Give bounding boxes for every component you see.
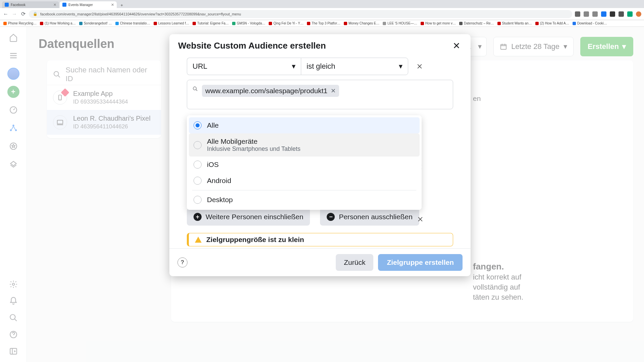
- extension-icons: [575, 11, 641, 17]
- bookmark[interactable]: How to get more v…: [421, 21, 456, 25]
- bookmark[interactable]: Datenschutz – Re…: [459, 21, 494, 25]
- extension-icon[interactable]: [601, 11, 606, 17]
- device-option[interactable]: Alle Mobilgeräte Inklusive Smartphones u…: [189, 133, 420, 157]
- chevron-down-icon: ▾: [399, 62, 402, 71]
- bookmark[interactable]: LEE 'S HOUSE—…: [383, 21, 417, 25]
- plus-icon: +: [194, 213, 202, 221]
- audience-size-warning: Zielgruppengröße ist zu klein: [187, 233, 453, 246]
- operator-label: ist gleich: [307, 62, 335, 71]
- bookmark[interactable]: The Top 3 Platfor…: [307, 21, 340, 25]
- bookmarks-bar: Phone Recycling… (1) How Working a… Sond…: [0, 20, 644, 27]
- create-audience-button[interactable]: Zielgruppe erstellen: [378, 254, 463, 271]
- extension-icon[interactable]: [610, 11, 615, 17]
- option-title: Alle: [207, 121, 219, 129]
- bookmark[interactable]: Phone Recycling…: [3, 21, 37, 25]
- option-subtitle: Inklusive Smartphones und Tablets: [207, 145, 301, 153]
- bookmark[interactable]: Student Wants an…: [497, 21, 532, 25]
- browser-chrome: Facebook ✕ Events Manager ✕ + ← → ⟳ 🔒 fa…: [0, 0, 644, 20]
- bookmark[interactable]: Sonderangebot! …: [79, 21, 112, 25]
- extension-icon[interactable]: [627, 11, 633, 17]
- avatar-icon[interactable]: [636, 11, 641, 17]
- device-option[interactable]: Android: [189, 173, 420, 189]
- bookmark[interactable]: Download - Cooki…: [573, 21, 607, 25]
- tab-title: Events Manager: [68, 3, 93, 7]
- radio-icon: [194, 121, 202, 129]
- extension-icon[interactable]: [619, 11, 624, 17]
- url-field-dropdown[interactable]: URL ▾: [187, 58, 301, 75]
- url-text: facebook.com/events_manager2/list/pixel/…: [40, 12, 241, 16]
- modal-footer: ? Zurück Zielgruppe erstellen: [169, 248, 471, 276]
- device-option[interactable]: Desktop: [189, 192, 420, 208]
- bookmark[interactable]: (1) How Working a…: [40, 21, 76, 25]
- device-option[interactable]: iOS: [189, 157, 420, 173]
- operator-dropdown[interactable]: ist gleich ▾: [301, 58, 408, 75]
- extension-icon[interactable]: [584, 11, 589, 17]
- chevron-down-icon: ▾: [292, 62, 296, 71]
- forward-icon[interactable]: →: [11, 11, 17, 17]
- option-title: iOS: [207, 161, 219, 169]
- url-chip: www.example.com/salespage/produkt1 ✕: [202, 85, 339, 97]
- option-title: Android: [207, 177, 231, 185]
- radio-icon: [194, 177, 202, 185]
- device-options-popup: Alle Alle Mobilgeräte Inklusive Smartpho…: [187, 115, 422, 210]
- close-icon[interactable]: ✕: [111, 3, 114, 7]
- tab-title: Facebook: [11, 3, 25, 7]
- bookmark[interactable]: Money Changes E…: [344, 21, 379, 25]
- radio-icon: [194, 141, 202, 149]
- create-audience-label: Zielgruppe erstellen: [387, 258, 454, 266]
- bookmark[interactable]: Tutorial: Eigene Fa…: [193, 21, 229, 25]
- reload-icon[interactable]: ⟳: [20, 11, 26, 17]
- exclude-people-button[interactable]: − Personen ausschließen: [320, 208, 419, 226]
- url-chip-input[interactable]: www.example.com/salespage/produkt1 ✕: [187, 80, 453, 109]
- include-people-button[interactable]: + Weitere Personen einschließen: [187, 208, 310, 226]
- modal-title: Website Custom Audience erstellen: [178, 41, 326, 51]
- radio-icon: [194, 196, 202, 204]
- app-viewport: + Datenquellen Leon R. Chaudhari (303253…: [0, 27, 644, 362]
- warning-icon: [195, 237, 202, 243]
- back-label: Zurück: [344, 258, 365, 266]
- bookmark[interactable]: Chinese translatio…: [115, 21, 150, 25]
- close-icon[interactable]: ✕: [53, 3, 56, 7]
- help-icon[interactable]: ?: [177, 257, 187, 267]
- option-title: Alle Mobilgeräte: [207, 137, 301, 145]
- new-tab-button[interactable]: +: [119, 2, 125, 8]
- device-option[interactable]: Alle: [189, 117, 420, 133]
- exclude-label: Personen ausschließen: [339, 213, 412, 221]
- svg-point-15: [193, 87, 196, 90]
- chip-remove-icon[interactable]: ✕: [331, 87, 336, 95]
- address-bar-row: ← → ⟳ 🔒 facebook.com/events_manager2/lis…: [0, 8, 644, 20]
- tabs-row: Facebook ✕ Events Manager ✕ +: [0, 0, 644, 8]
- include-label: Weitere Personen einschließen: [206, 213, 303, 221]
- search-icon: [193, 86, 198, 93]
- bookmark[interactable]: Qing Fei De Yi - Y…: [269, 21, 304, 25]
- facebook-favicon: [62, 3, 66, 7]
- warning-text: Zielgruppengröße ist zu klein: [206, 236, 304, 244]
- close-icon: [452, 42, 461, 50]
- minus-icon: −: [327, 213, 335, 221]
- extension-icon[interactable]: [592, 11, 598, 17]
- bookmark[interactable]: GMSN - Vologda…: [232, 21, 265, 25]
- close-button[interactable]: [451, 40, 462, 51]
- bookmark[interactable]: Lessons Learned f…: [154, 21, 189, 25]
- remove-row-button[interactable]: [414, 213, 427, 226]
- extension-icon[interactable]: [575, 11, 580, 17]
- url-bar[interactable]: 🔒 facebook.com/events_manager2/list/pixe…: [29, 10, 572, 18]
- url-field-label: URL: [193, 62, 207, 71]
- remove-row-button[interactable]: [413, 60, 426, 73]
- lock-icon: 🔒: [33, 12, 38, 16]
- browser-tab[interactable]: Events Manager ✕: [60, 1, 117, 8]
- custom-audience-modal: Website Custom Audience erstellen URL ▾ …: [169, 34, 471, 276]
- chip-value: www.example.com/salespage/produkt1: [205, 87, 327, 95]
- back-button[interactable]: Zurück: [336, 254, 373, 271]
- facebook-favicon: [5, 3, 9, 7]
- radio-icon: [194, 161, 202, 169]
- divider: [192, 190, 416, 190]
- option-title: Desktop: [207, 196, 233, 204]
- bookmark[interactable]: (2) How To Add A…: [535, 21, 569, 25]
- browser-tab[interactable]: Facebook ✕: [2, 1, 59, 8]
- back-icon[interactable]: ←: [3, 11, 9, 17]
